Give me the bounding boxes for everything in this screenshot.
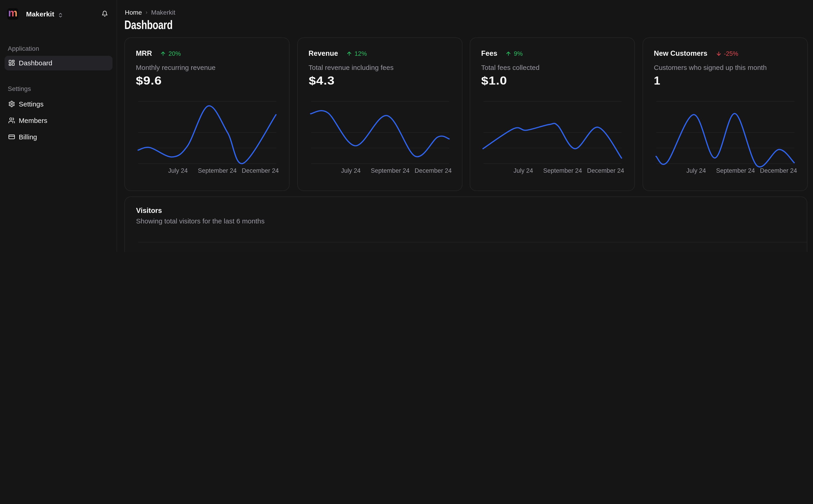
svg-text:September 24: September 24 xyxy=(716,167,755,174)
svg-text:December 24: December 24 xyxy=(587,167,624,174)
svg-text:July 24: July 24 xyxy=(168,167,188,174)
svg-text:July 24: July 24 xyxy=(513,167,533,174)
svg-text:December 24: December 24 xyxy=(760,167,797,174)
svg-text:September 24: September 24 xyxy=(198,167,237,174)
svg-text:December 24: December 24 xyxy=(242,167,279,174)
svg-text:December 24: December 24 xyxy=(414,167,451,174)
svg-text:July 24: July 24 xyxy=(341,167,360,174)
svg-text:September 24: September 24 xyxy=(543,167,582,174)
svg-text:September 24: September 24 xyxy=(371,167,409,174)
svg-text:July 24: July 24 xyxy=(686,167,706,174)
